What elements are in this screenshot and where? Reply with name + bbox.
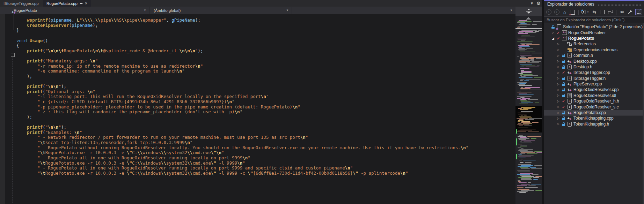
tree-item-istoragetrigger.h[interactable]: ▷hIStorageTrigger.h xyxy=(544,76,644,81)
preview-selected-items-button[interactable] xyxy=(635,9,642,15)
expander-collapsed-icon[interactable]: ▷ xyxy=(556,54,560,57)
minimap-viewport[interactable] xyxy=(515,106,542,133)
minimap-mark xyxy=(520,57,526,58)
panel-scrollbar[interactable] xyxy=(643,23,644,204)
tree-item-rogueoxidresolver.cpp[interactable]: ▷++RogueOxidResolver.cpp xyxy=(544,87,644,92)
expander-collapsed-icon[interactable]: ▷ xyxy=(556,65,560,68)
tree-item-tokenkidnapping.cpp[interactable]: ▷++TokenKidnapping.cpp xyxy=(544,115,644,121)
tree-item-desktop.h[interactable]: ▷hDesktop.h xyxy=(544,64,644,70)
tree-item-soluci-n-roguepotato-2-de-2-proyectos-[interactable]: Solución "RoguePotato" (2 de 2 proyectos… xyxy=(544,24,644,30)
expander-collapsed-icon[interactable]: ▷ xyxy=(556,117,560,120)
expander-collapsed-icon[interactable]: ▷ xyxy=(556,43,560,46)
minimap-mark xyxy=(517,131,526,131)
minimap-mark xyxy=(538,30,542,31)
minimap-mark xyxy=(520,53,530,53)
properties-button[interactable] xyxy=(627,9,633,15)
minimap-mark xyxy=(519,93,527,93)
minimap-mark xyxy=(521,107,535,108)
tab-roguepotato[interactable]: RoguePotato.cpp × xyxy=(43,0,91,7)
tree-item-referencias[interactable]: ▷Referencias xyxy=(544,41,644,47)
code-line: { xyxy=(16,43,19,48)
back-button[interactable]: ‹ xyxy=(546,9,551,15)
minimap-caret-line xyxy=(515,28,542,29)
navbar-member-dropdown[interactable]: ▼ xyxy=(292,7,515,14)
minimap-mark xyxy=(529,90,542,90)
minimap-mark xyxy=(519,20,527,21)
minimap-mark xyxy=(532,24,537,25)
close-icon[interactable]: × xyxy=(85,1,87,6)
scroll-up-icon[interactable] xyxy=(526,17,531,20)
tree-item-rogueoxidresolver.idl[interactable]: ▷RogueOxidResolver.idl xyxy=(544,93,644,98)
minimap-mark xyxy=(518,136,526,137)
view-code-button[interactable]: <> xyxy=(619,9,625,15)
code-line: " - RoguePotato without running RogueOxi… xyxy=(37,145,468,151)
editor-splitter-handle[interactable] xyxy=(515,7,542,16)
collapse-region-icon[interactable] xyxy=(11,53,15,57)
tree-item-dependencias-externas[interactable]: ▷Dependencias externas xyxy=(544,47,644,53)
collapse-all-button[interactable] xyxy=(600,9,605,15)
change-mark xyxy=(516,129,517,134)
minimap-mark xyxy=(533,21,542,22)
pin-icon[interactable] xyxy=(80,2,83,5)
expander-expanded-icon[interactable]: ◢ xyxy=(551,37,555,40)
expander-collapsed-icon[interactable]: ▷ xyxy=(556,105,560,108)
expander-collapsed-icon[interactable]: ▷ xyxy=(551,31,555,34)
chevron-down-icon: ▼ xyxy=(510,9,513,12)
minimap-mark xyxy=(525,162,532,163)
expander-collapsed-icon[interactable]: ▷ xyxy=(556,94,560,97)
tree-item-tokenkidnapping.h[interactable]: ▷hTokenKidnapping.h xyxy=(544,121,644,127)
tree-item-common.h[interactable]: ▷hcommon.h xyxy=(544,53,644,58)
editor-options-gear-icon[interactable]: ⚙ xyxy=(536,1,541,6)
show-all-files-button[interactable] xyxy=(608,9,613,15)
tab-list-chevron-icon[interactable]: ▼ xyxy=(530,1,534,5)
tree-item-rogueoxidresolver[interactable]: ▷✓RogueOxidResolver xyxy=(544,30,644,35)
minimap-mark xyxy=(525,87,540,88)
expander-collapsed-icon[interactable]: ▷ xyxy=(556,100,560,103)
code-editor[interactable]: wsprintf(pipename, L"\\\\.\\pipe\\%S\\pi… xyxy=(0,14,515,204)
minimap-mark xyxy=(520,100,527,101)
tree-item-rogueoxidresolver-s.c[interactable]: ▷✓cRogueOxidResolver_s.c xyxy=(544,104,644,109)
expander-collapsed-icon[interactable]: ▷ xyxy=(556,122,560,126)
expander-collapsed-icon[interactable]: ▷ xyxy=(556,77,560,80)
visual-studio-window: IStorageTrigger.cpp RoguePotato.cpp × ▼ … xyxy=(0,0,644,204)
tree-item-roguepotato[interactable]: ◢✓RoguePotato xyxy=(544,36,644,41)
minimap-mark xyxy=(517,118,528,119)
navbar-scope-dropdown[interactable]: (Ámbito global) ▼ xyxy=(149,7,292,14)
tree-item-rogueoxidresolver-h.h[interactable]: ▷✓hRogueOxidResolver_h.h xyxy=(544,98,644,104)
tree-item-desktop.cpp[interactable]: ▷++Desktop.cpp xyxy=(544,58,644,64)
checked-out-icon: ✓ xyxy=(561,99,566,103)
minimap-mark xyxy=(518,45,529,46)
tab-istoragetrigger[interactable]: IStorageTrigger.cpp xyxy=(0,0,42,7)
changes-filter-button[interactable]: ▲▼ xyxy=(581,9,589,15)
sync-active-document-button[interactable]: ⇆ xyxy=(592,9,597,15)
minimap-mark xyxy=(524,142,531,142)
solution-explorer-titlebar[interactable]: Explorador de soluciones xyxy=(544,1,644,8)
tree-item-roguepotato.cpp[interactable]: ▷++RoguePotato.cpp xyxy=(544,110,644,115)
minimap-scrollbar[interactable] xyxy=(515,16,542,204)
expander-collapsed-icon[interactable]: ▷ xyxy=(556,111,560,114)
expander-collapsed-icon[interactable]: ▷ xyxy=(556,48,560,51)
expander-collapsed-icon[interactable]: ▷ xyxy=(556,83,560,86)
code-line: "\tRoguePotato.exe -r 10.0.0.3 -e \"C:\\… xyxy=(37,150,224,156)
tree-item-pipeserver.cpp[interactable]: ▷++PipeServer.cpp xyxy=(544,81,644,87)
expander-collapsed-icon[interactable]: ▷ xyxy=(556,71,560,74)
code-line: "-e commandline: commandline of the prog… xyxy=(37,69,184,74)
expander-collapsed-icon[interactable]: ▷ xyxy=(556,88,560,91)
lock-icon xyxy=(561,54,566,57)
minimap-mark xyxy=(518,21,532,22)
expander-collapsed-icon[interactable]: ▷ xyxy=(556,60,560,63)
minimap-mark xyxy=(520,80,523,81)
minimap-mark xyxy=(517,191,528,192)
minimap-mark xyxy=(519,94,534,95)
home-button[interactable]: ⌂ xyxy=(562,9,568,15)
tree-item-istoragetrigger.cpp[interactable]: ▷✓++IStorageTrigger.cpp xyxy=(544,70,644,75)
minimap-mark xyxy=(520,43,532,44)
tree-item-label: RogueOxidResolver_s.c xyxy=(573,105,619,109)
solution-search-input[interactable]: Buscar en Explorador de soluciones (Ctrl… xyxy=(544,16,644,23)
navbar-project-dropdown[interactable]: ++ RoguePotato ▼ xyxy=(0,7,149,14)
minimap-mark xyxy=(520,67,524,67)
tree-item-label: PipeServer.cpp xyxy=(573,82,602,86)
switch-views-button[interactable] xyxy=(570,9,576,15)
minimap-mark xyxy=(520,55,532,55)
forward-button[interactable]: › xyxy=(554,9,559,15)
